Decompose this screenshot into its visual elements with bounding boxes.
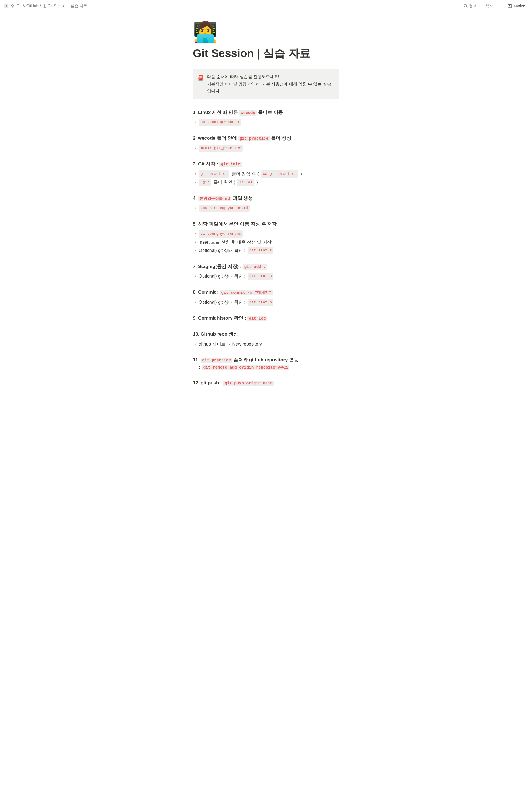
section-10-heading: 10. Github repo 생성 [193,331,339,338]
section-8: 8. Commit : git commit -m "메세지" Optional… [193,289,339,306]
code-git-practice: git_practice [199,170,229,177]
list-item: .git 폴더 확인 ( ls -al ) [193,179,339,186]
section-12-code: git push origin main [223,380,274,386]
callout-icon: 🚨 [197,73,204,82]
breadcrumb-current-page[interactable]: Git Session | 실습 자료 [43,3,87,9]
list-text-1: 폴더 진입 후 ( [232,170,259,177]
list-item: vi seunghyunson.md [193,230,339,238]
section-1-heading: 1. Linux 세션 때 만든 wecode 폴더로 이동 [193,109,339,116]
section-3: 3. Git 시작 : git init git_practice 폴더 진입 … [193,161,339,186]
optional-status-text-1: Optional) git 상태 확인 : [199,247,246,254]
list-text-3: 폴더 확인 ( [213,179,235,186]
page-icon: 👩‍💻 [193,22,339,42]
section-9-prefix: 9. Commit history 확인 : [193,315,247,321]
section-3-heading: 3. Git 시작 : git init [193,161,339,168]
section-4-code: 본인영문이름.md [198,196,231,202]
list-item: cd Desktop/wecode [193,119,339,126]
optional-status-text-3: Optional) git 상태 확인 : [199,299,246,306]
github-new-repo-text: github 사이트 → New repository [199,341,262,348]
section-9-heading: 9. Commit history 확인 : git log [193,315,339,322]
section-5-text: 5. 해당 파일에서 본인 이름 작성 후 저장 [193,221,277,227]
section-3-prefix: 3. Git 시작 : [193,161,220,167]
notion-label: Notion [514,4,525,8]
section-5-bullets: vi seunghyunson.md insert 모드 전환 후 내용 작성 … [193,230,339,254]
code-cd-git-practice: cd git_practice [261,170,298,177]
search-icon [463,4,468,8]
notion-logo-icon [507,3,513,9]
list-item: mkdir git_practice [193,145,339,152]
git-icon: 수 [4,4,8,8]
section-3-bullets: git_practice 폴더 진입 후 ( cd git_practice )… [193,170,339,186]
page-title: Git Session | 실습 자료 [193,46,339,60]
section-11-middle: 폴더와 github repository 연동 [232,357,299,362]
breadcrumb-git-github-label: [수] Git & GitHub [10,3,38,9]
section-2: 2. wecode 폴더 안에 git_practice 폴더 생성 mkdir… [193,135,339,152]
copy-button[interactable]: 복제 [483,2,496,10]
section-2-suffix: 폴더 생성 [270,135,291,141]
section-3-code: git init [220,162,241,167]
copy-label: 복제 [486,4,493,8]
list-item: touch seunghyunson.md [193,205,339,212]
list-item: github 사이트 → New repository [193,341,339,348]
code-cd-desktop-wecode: cd Desktop/wecode [199,119,241,126]
code-git-status-2: git status [248,273,274,280]
section-7: 7. Staging(중간 저장) : git add . Optional) … [193,263,339,280]
breadcrumb-separator: / [40,3,41,9]
page-content: 👩‍💻 Git Session | 실습 자료 🚨 다음 순서에 따라 실습을 … [166,0,366,451]
notion-button[interactable]: Notion [505,2,528,10]
section-1: 1. Linux 세션 때 만든 wecode 폴더로 이동 cd Deskto… [193,109,339,126]
search-button[interactable]: 검색 [461,2,479,10]
code-git-status-3: git status [248,299,274,306]
section-11-indent: : [199,364,202,370]
breadcrumb-git-github[interactable]: 수 [수] Git & GitHub [4,3,38,9]
section-2-heading: 2. wecode 폴더 안에 git_practice 폴더 생성 [193,135,339,142]
code-git-status-1: git status [248,247,274,254]
code-touch: touch seunghyunson.md [199,205,250,212]
callout-block: 🚨 다음 순서에 따라 실습을 진행해주세요! 기본적인 터미널 명령어와 gi… [193,69,339,99]
section-4-suffix: 파일 생성 [231,196,253,201]
section-11-code2: git remote add origin repository주소 [202,365,289,370]
section-2-bullets: mkdir git_practice [193,145,339,152]
section-2-text: 2. wecode 폴더 안에 [193,135,238,141]
list-item: Optional) git 상태 확인 : git status [193,273,339,280]
section-5-heading: 5. 해당 파일에서 본인 이름 작성 후 저장 [193,221,339,228]
section-4-bullets: touch seunghyunson.md [193,205,339,212]
list-item: insert 모드 전환 후 내용 작성 및 저장 [193,239,339,246]
section-11-prefix: 11. [193,357,201,362]
code-ls-al: ls -al [237,179,254,186]
section-5: 5. 해당 파일에서 본인 이름 작성 후 저장 vi seunghyunson… [193,221,339,254]
section-12: 12. git push : git push origin main [193,379,339,387]
svg-point-4 [464,4,467,7]
list-item: git_practice 폴더 진입 후 ( cd git_practice ) [193,170,339,177]
list-text-2: ) [301,170,302,177]
callout-line2: 기본적인 터미널 명령어와 git 기본 사용법에 대해 익힐 수 있는 실습입… [207,80,335,94]
code-vi: vi seunghyunson.md [199,230,243,238]
svg-point-3 [43,6,46,8]
svg-line-5 [466,7,468,8]
section-4-heading: 4. 본인영문이름.md 파일 생성 [193,195,339,202]
section-8-bullets: Optional) git 상태 확인 : git status [193,299,339,306]
list-item: Optional) git 상태 확인 : git status [193,247,339,254]
section-10-bullets: github 사이트 → New repository [193,341,339,348]
code-mkdir: mkdir git_practice [199,145,243,152]
section-8-prefix: 8. Commit : [193,289,220,295]
list-insert-text: insert 모드 전환 후 내용 작성 및 저장 [199,239,271,246]
breadcrumb-current-label: Git Session | 실습 자료 [48,3,87,9]
svg-point-2 [44,4,45,6]
svg-rect-6 [507,3,513,9]
section-9-code: git log [247,316,267,321]
section-1-bullets: cd Desktop/wecode [193,119,339,126]
person-icon [43,4,46,8]
section-10-text: 10. Github repo 생성 [193,332,238,337]
section-12-heading: 12. git push : git push origin main [193,379,339,387]
section-11-heading: 11. git_practice 폴더와 github repository 연… [193,356,339,371]
section-4-prefix: 4. [193,196,198,201]
svg-text:수: 수 [5,5,8,7]
section-7-prefix: 7. Staging(중간 저장) : [193,264,243,269]
topbar-divider [500,3,500,9]
section-11-code1: git_practice [201,357,232,363]
section-2-code: git_practice [238,136,270,141]
section-4: 4. 본인영문이름.md 파일 생성 touch seunghyunson.md [193,195,339,212]
section-1-code: wecode [240,110,256,116]
section-9: 9. Commit history 확인 : git log [193,315,339,322]
